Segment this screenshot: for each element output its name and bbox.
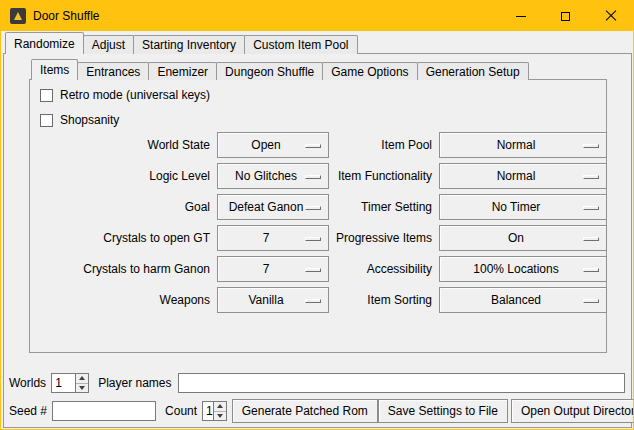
player-names-input[interactable] — [178, 373, 626, 393]
world-state-dropdown[interactable]: Open — [217, 132, 329, 158]
accessibility-value: 100% Locations — [440, 257, 606, 281]
option-row: Logic Level No Glitches Item Functionali… — [30, 163, 606, 189]
crystals-ganon-dropdown[interactable]: 7 — [217, 256, 329, 282]
item-pool-dropdown[interactable]: Normal — [439, 132, 607, 158]
tab-entrances[interactable]: Entrances — [77, 62, 149, 80]
close-button[interactable] — [588, 1, 633, 31]
dropdown-indicator-icon — [583, 268, 599, 272]
worlds-spin-buttons — [75, 374, 88, 392]
window-body: Randomize Adjust Starting Inventory Cust… — [2, 32, 632, 428]
generate-patched-rom-button[interactable]: Generate Patched Rom — [232, 399, 378, 423]
timer-setting-label: Timer Setting — [336, 194, 432, 220]
app-window: Door Shuffle Randomize Adjust Starting I… — [0, 0, 634, 430]
save-settings-button[interactable]: Save Settings to File — [378, 399, 508, 423]
tab-items[interactable]: Items — [31, 59, 78, 80]
item-functionality-label: Item Functionality — [336, 163, 432, 189]
tab-starting-inventory[interactable]: Starting Inventory — [133, 35, 245, 54]
maximize-icon — [561, 12, 570, 21]
seed-label: Seed # — [9, 404, 47, 418]
crystals-ganon-label: Crystals to harm Ganon — [30, 256, 210, 282]
dropdown-indicator-icon — [583, 237, 599, 241]
dropdown-indicator-icon — [583, 206, 599, 210]
options-grid: World State Open Item Pool Normal Logic … — [30, 132, 606, 318]
retro-mode-checkbox-row: Retro mode (universal keys) — [40, 88, 210, 102]
goal-label: Goal — [30, 194, 210, 220]
item-sorting-dropdown[interactable]: Balanced — [439, 287, 607, 313]
tab-adjust[interactable]: Adjust — [83, 35, 134, 54]
retro-mode-label: Retro mode (universal keys) — [60, 88, 210, 102]
caption-buttons — [498, 1, 633, 31]
player-names-label: Player names — [98, 376, 171, 390]
count-value[interactable]: 1 — [203, 402, 213, 420]
maximize-button[interactable] — [543, 1, 588, 31]
dropdown-indicator-icon — [305, 299, 321, 303]
main-tab-bar: Randomize Adjust Starting Inventory Cust… — [5, 32, 358, 54]
tab-enemizer[interactable]: Enemizer — [148, 62, 217, 80]
retro-mode-checkbox[interactable] — [40, 89, 53, 102]
worlds-spin-up-button[interactable] — [76, 374, 88, 384]
shopsanity-checkbox[interactable] — [40, 114, 53, 127]
item-functionality-dropdown[interactable]: Normal — [439, 163, 607, 189]
dropdown-indicator-icon — [583, 144, 599, 148]
count-spin-buttons — [213, 402, 226, 420]
accessibility-dropdown[interactable]: 100% Locations — [439, 256, 607, 282]
dropdown-indicator-icon — [305, 206, 321, 210]
timer-setting-value: No Timer — [440, 195, 606, 219]
item-pool-value: Normal — [440, 133, 606, 157]
tab-generation-setup[interactable]: Generation Setup — [417, 62, 529, 80]
items-tab-pane: Retro mode (universal keys) Shopsanity W… — [29, 79, 607, 353]
worlds-spinbox[interactable]: 1 — [51, 373, 89, 393]
sub-tab-bar: Items Entrances Enemizer Dungeon Shuffle… — [31, 59, 529, 80]
worlds-value[interactable]: 1 — [52, 374, 75, 392]
arrow-up-icon — [217, 404, 223, 408]
worlds-row: Worlds 1 Player names — [9, 373, 625, 393]
dropdown-indicator-icon — [305, 144, 321, 148]
option-row: World State Open Item Pool Normal — [30, 132, 606, 158]
logic-level-dropdown[interactable]: No Glitches — [217, 163, 329, 189]
minimize-button[interactable] — [498, 1, 543, 31]
app-icon — [10, 8, 26, 24]
timer-setting-dropdown[interactable]: No Timer — [439, 194, 607, 220]
weapons-label: Weapons — [30, 287, 210, 313]
arrow-down-icon — [217, 414, 223, 418]
seed-row: Seed # Count 1 Generate Patched Rom Save… — [9, 399, 625, 423]
tab-game-options[interactable]: Game Options — [322, 62, 417, 80]
arrow-down-icon — [79, 386, 85, 390]
item-pool-label: Item Pool — [336, 132, 432, 158]
goal-dropdown[interactable]: Defeat Ganon — [217, 194, 329, 220]
option-row: Crystals to harm Ganon 7 Accessibility 1… — [30, 256, 606, 282]
shopsanity-checkbox-row: Shopsanity — [40, 113, 119, 127]
progressive-items-dropdown[interactable]: On — [439, 225, 607, 251]
tab-custom-item-pool[interactable]: Custom Item Pool — [244, 35, 357, 54]
crystals-gt-label: Crystals to open GT — [30, 225, 210, 251]
open-output-directory-button[interactable]: Open Output Directory — [511, 399, 634, 423]
world-state-label: World State — [30, 132, 210, 158]
dropdown-indicator-icon — [583, 299, 599, 303]
minimize-icon — [516, 16, 526, 17]
worlds-label: Worlds — [9, 376, 46, 390]
option-row: Crystals to open GT 7 Progressive Items … — [30, 225, 606, 251]
option-row: Goal Defeat Ganon Timer Setting No Timer — [30, 194, 606, 220]
seed-input[interactable] — [52, 401, 156, 421]
arrow-up-icon — [79, 376, 85, 380]
shopsanity-label: Shopsanity — [60, 113, 119, 127]
weapons-dropdown[interactable]: Vanilla — [217, 287, 329, 313]
dropdown-indicator-icon — [305, 237, 321, 241]
dropdown-indicator-icon — [305, 268, 321, 272]
logic-level-label: Logic Level — [30, 163, 210, 189]
item-sorting-value: Balanced — [440, 288, 606, 312]
count-spin-up-button[interactable] — [214, 402, 226, 412]
progressive-items-value: On — [440, 226, 606, 250]
dropdown-indicator-icon — [305, 175, 321, 179]
crystals-gt-dropdown[interactable]: 7 — [217, 225, 329, 251]
tab-dungeon-shuffle[interactable]: Dungeon Shuffle — [216, 62, 323, 80]
option-row: Weapons Vanilla Item Sorting Balanced — [30, 287, 606, 313]
count-spin-down-button[interactable] — [214, 412, 226, 421]
tab-randomize[interactable]: Randomize — [5, 32, 84, 54]
worlds-spin-down-button[interactable] — [76, 384, 88, 393]
close-icon — [605, 10, 617, 22]
item-sorting-label: Item Sorting — [336, 287, 432, 313]
dropdown-indicator-icon — [583, 175, 599, 179]
count-spinbox[interactable]: 1 — [202, 401, 227, 421]
item-functionality-value: Normal — [440, 164, 606, 188]
